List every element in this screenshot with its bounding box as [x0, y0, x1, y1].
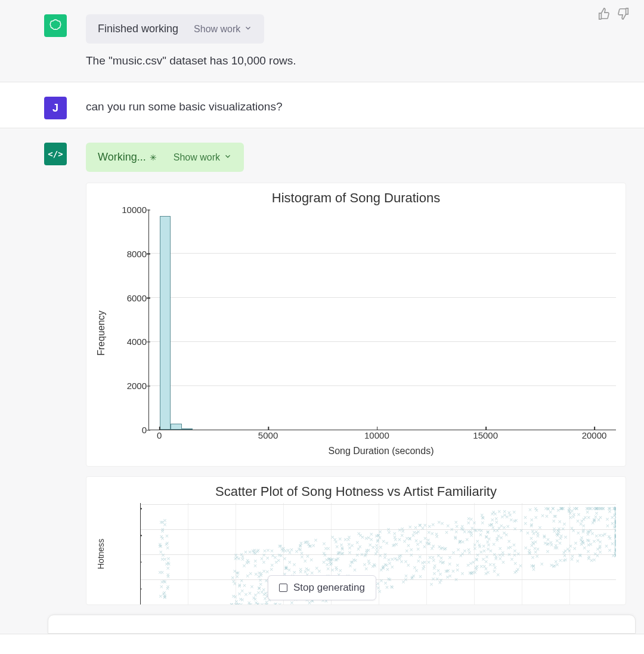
y-tick: 8000 — [112, 248, 147, 258]
chevron-down-icon — [224, 152, 232, 163]
assistant-message-1: Finished working Show work The "music.cs… — [0, 0, 644, 82]
assistant-message-2: </> Working... Show work Histogram of So… — [0, 128, 644, 634]
histogram-chart: Histogram of Song Durations Frequency 02… — [86, 183, 626, 467]
histogram-bar — [171, 424, 181, 430]
y-tick: 10000 — [112, 205, 147, 215]
histogram-plot-area: 0200040006000800010000 — [148, 209, 616, 430]
stop-generating-button[interactable]: Stop generating — [268, 575, 376, 600]
y-tick: 2000 — [112, 381, 147, 391]
chart-title: Histogram of Song Durations — [96, 190, 616, 206]
user-message-1: J can you run some basic visualizations? — [0, 82, 644, 128]
x-tick: 0 — [157, 430, 162, 440]
stop-icon — [279, 584, 287, 592]
x-tick: 5000 — [258, 430, 278, 440]
show-work-toggle[interactable]: Show work — [194, 24, 252, 35]
show-work-toggle[interactable]: Show work — [174, 152, 232, 163]
feedback-controls — [597, 7, 630, 23]
status-label: Working... — [98, 151, 158, 164]
histogram-bar — [182, 428, 193, 430]
chat-input-bar[interactable] — [48, 615, 636, 634]
y-tick: 0 — [112, 425, 147, 435]
status-pill-finished[interactable]: Finished working Show work — [86, 14, 264, 44]
thumbs-down-icon[interactable] — [617, 7, 630, 23]
user-avatar: J — [44, 97, 67, 119]
chevron-down-icon — [244, 24, 252, 35]
y-tick: 6000 — [112, 292, 147, 303]
status-label: Finished working — [98, 23, 178, 35]
user-text: can you run some basic visualizations? — [86, 97, 626, 113]
x-tick: 20000 — [582, 430, 607, 440]
spinner-icon — [150, 153, 158, 162]
x-tick: 15000 — [473, 430, 498, 440]
y-tick: 4000 — [112, 337, 147, 347]
x-tick: 10000 — [364, 430, 389, 440]
chart-title: Scatter Plot of Song Hotness vs Artist F… — [96, 484, 616, 499]
y-axis-label: Frequency — [96, 209, 107, 456]
histogram-bar — [160, 216, 171, 430]
x-axis-label: Song Duration (seconds) — [146, 446, 616, 456]
assistant-response-text: The "music.csv" dataset has 10,000 rows. — [86, 54, 626, 67]
y-axis-label: Hotness — [96, 503, 106, 604]
code-avatar-icon: </> — [44, 143, 67, 165]
scatter-plot-area: 0.250.500.751.00 ×××××××××××××××××××××××… — [140, 503, 616, 604]
thumbs-up-icon[interactable] — [597, 7, 611, 23]
openai-avatar-icon — [44, 14, 67, 37]
status-pill-working[interactable]: Working... Show work — [86, 143, 244, 172]
